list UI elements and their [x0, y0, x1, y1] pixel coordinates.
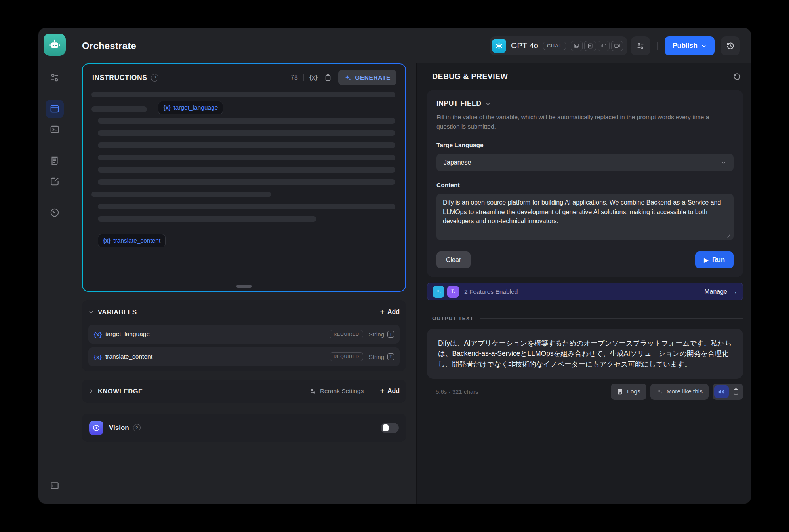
- sliders-icon: [50, 72, 60, 83]
- features-bar[interactable]: 2 Features Enabled Manage →: [427, 283, 743, 300]
- generate-label: GENERATE: [355, 74, 391, 81]
- clipboard-icon: [732, 388, 739, 395]
- more-like-this-label: More like this: [667, 388, 703, 395]
- output-bubble: Difyは、AIアプリケーションを構築するためのオープンソースプラットフォームで…: [427, 329, 743, 379]
- copy-icon[interactable]: [324, 74, 332, 82]
- knowledge-title: KNOWLEDGE: [98, 388, 143, 395]
- vision-toggle[interactable]: [381, 423, 399, 433]
- divider: [303, 74, 304, 81]
- chevron-right-icon[interactable]: [88, 388, 94, 394]
- speaker-button[interactable]: [714, 385, 729, 398]
- variable-chip-label: translate_content: [113, 237, 160, 244]
- manage-features-button[interactable]: Manage →: [704, 288, 738, 295]
- logs-button[interactable]: Logs: [611, 384, 646, 400]
- logs-label: Logs: [627, 388, 640, 395]
- instructions-panel[interactable]: INSTRUCTIONS ? 78 {x}: [82, 63, 406, 292]
- page-title: Orchestrate: [82, 40, 136, 51]
- variable-chip-translate-content[interactable]: {x} translate_content: [98, 234, 166, 247]
- sidebar-item-annotation[interactable]: [46, 172, 64, 190]
- variable-row[interactable]: {x} translate_content REQUIRED String T: [88, 347, 400, 366]
- restart-button[interactable]: [732, 72, 741, 81]
- skeleton-line: [98, 155, 395, 160]
- string-type-icon[interactable]: T: [387, 353, 394, 360]
- insert-variable-icon[interactable]: {x}: [309, 74, 318, 81]
- variable-chip-target-language[interactable]: {x} target_language: [158, 101, 223, 114]
- vision-label: Vision: [109, 424, 129, 432]
- required-badge: REQUIRED: [330, 330, 363, 338]
- model-name: GPT-4o: [511, 41, 538, 50]
- sidebar-item-orchestrate[interactable]: [46, 100, 64, 118]
- text-to-speech-feature-icon: [447, 286, 459, 298]
- string-type-icon[interactable]: T: [387, 331, 394, 338]
- instructions-title: INSTRUCTIONS: [92, 74, 147, 82]
- content-textarea[interactable]: Dify is an open-source platform for buil…: [436, 194, 734, 240]
- generate-button[interactable]: GENERATE: [338, 70, 396, 85]
- sparkle-icon: [656, 388, 663, 395]
- panel-collapse-icon: [50, 481, 60, 491]
- output-meta-row: 5.6s · 321 chars Logs: [427, 384, 743, 400]
- sidebar-divider: [47, 197, 63, 197]
- variable-name: target_language: [105, 331, 150, 338]
- copy-output-button[interactable]: [732, 388, 739, 395]
- variables-section: VARIABLES + Add {x} target_language REQ: [82, 300, 406, 371]
- collapse-sidebar-button[interactable]: [46, 477, 64, 495]
- topbar-divider: [657, 42, 658, 50]
- variable-token: {x}: [163, 104, 171, 111]
- rerank-settings-button[interactable]: Rerank Settings: [310, 388, 364, 395]
- publish-label: Publish: [673, 42, 698, 50]
- log-document-icon: [50, 156, 60, 166]
- clear-button[interactable]: Clear: [436, 251, 471, 268]
- divider: [480, 318, 743, 319]
- skeleton-line: [98, 118, 395, 124]
- history-button[interactable]: [721, 36, 740, 55]
- output-meta: 5.6s · 321 chars: [436, 388, 478, 395]
- target-language-value: Japanese: [444, 159, 471, 166]
- add-label: Add: [387, 388, 400, 395]
- skeleton-line: [98, 130, 395, 136]
- help-icon[interactable]: ?: [151, 74, 158, 82]
- content-label: Content: [436, 182, 734, 189]
- output-title: OUTPUT TEXT: [432, 315, 474, 321]
- variable-token: {x}: [94, 331, 102, 338]
- variable-type: String: [369, 331, 384, 338]
- variable-row[interactable]: {x} target_language REQUIRED String T: [88, 325, 400, 344]
- publish-button[interactable]: Publish: [665, 36, 715, 55]
- app-robot-icon[interactable]: [44, 34, 66, 56]
- plus-icon: +: [380, 387, 385, 395]
- chevron-down-icon: [485, 101, 491, 106]
- skeleton-line: [98, 142, 395, 148]
- knowledge-section: KNOWLEDGE Rerank Settings: [82, 380, 406, 403]
- sidebar-item-settings[interactable]: [46, 68, 64, 87]
- target-language-label: Targe Language: [436, 142, 734, 149]
- skeleton-line: [98, 216, 316, 222]
- topbar: Orchestrate: [71, 28, 751, 63]
- generate-feature-icon: [433, 286, 444, 298]
- rerank-settings-label: Rerank Settings: [320, 388, 364, 395]
- target-language-select[interactable]: Japanese: [436, 154, 734, 171]
- panel-resize-handle[interactable]: [236, 285, 252, 288]
- prompt-skeleton: {x} target_language: [83, 89, 405, 247]
- sidebar-item-logs[interactable]: [46, 152, 64, 170]
- help-icon[interactable]: ?: [133, 424, 141, 431]
- debug-title: DEBUG & PREVIEW: [432, 72, 508, 81]
- resize-corner-icon[interactable]: [725, 232, 731, 238]
- chevron-down-icon[interactable]: [88, 309, 94, 315]
- model-selector[interactable]: GPT-4o CHAT: [490, 36, 627, 55]
- divider: [372, 388, 372, 395]
- sidebar-divider: [47, 93, 63, 93]
- chevron-down-icon: [701, 43, 707, 49]
- toggle-knob: [383, 424, 389, 431]
- add-variable-button[interactable]: + Add: [380, 308, 400, 316]
- input-field-header[interactable]: INPUT FIELD: [436, 99, 734, 108]
- clear-label: Clear: [446, 256, 461, 264]
- more-like-this-button[interactable]: More like this: [650, 384, 709, 400]
- model-parameters-button[interactable]: [631, 36, 650, 55]
- sidebar-item-api[interactable]: [46, 120, 64, 139]
- main-area: Orchestrate: [71, 28, 751, 504]
- output-section-header: OUTPUT TEXT: [427, 315, 743, 321]
- sidebar-item-monitoring[interactable]: [46, 203, 64, 222]
- input-field-card: INPUT FIELD Fill in the value of the var…: [427, 90, 743, 277]
- run-button[interactable]: ▶ Run: [695, 251, 734, 268]
- add-knowledge-button[interactable]: + Add: [380, 387, 400, 395]
- debug-header: DEBUG & PREVIEW: [427, 63, 743, 90]
